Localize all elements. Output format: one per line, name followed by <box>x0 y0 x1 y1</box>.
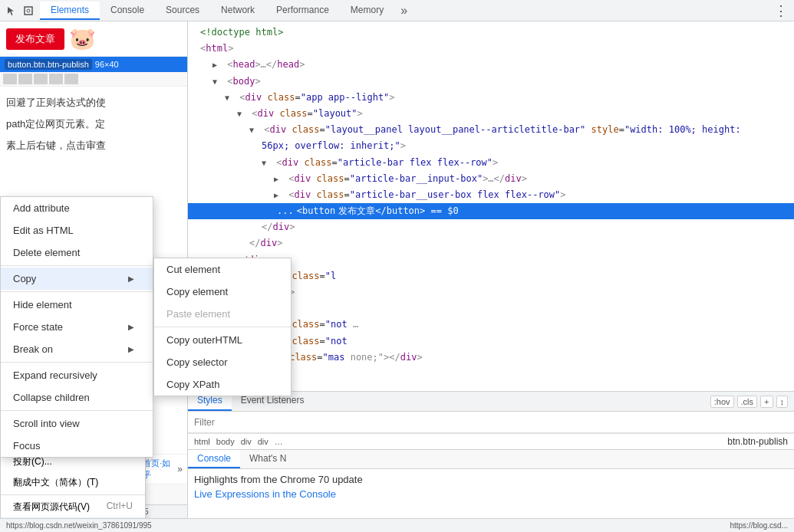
dom-line-doctype[interactable]: <!doctype html> <box>188 25 794 41</box>
mini-btn-2[interactable] <box>18 74 32 84</box>
submenu-copy-outerhtml[interactable]: Copy outerHTML <box>154 329 291 351</box>
bottom-status-bar: https://blog.csdn.net/weixin_37861091/99… <box>0 518 794 532</box>
dom-line-div-articlebar[interactable]: ▼ <div class="article-bar flex flex--row… <box>188 155 794 171</box>
submenu-paste-element: Paste element <box>154 303 291 325</box>
mini-btn-4[interactable] <box>49 74 63 84</box>
status-bar-right-url: https://blog.csd... <box>730 521 788 530</box>
menu-add-attribute[interactable]: Add attribute <box>1 197 153 219</box>
triangle-head[interactable]: ▶ <box>213 59 222 71</box>
devtools-tab-bar: Elements Console Sources Network Perform… <box>0 0 794 21</box>
menu-force-state[interactable]: Force state ▶ <box>1 316 153 338</box>
cls-button[interactable]: .cls <box>737 396 758 408</box>
menu-scroll-into-view[interactable]: Scroll into view <box>1 412 153 435</box>
devtools-header-icons <box>0 2 40 19</box>
status-bar-left-url: https://blog.csdn.net/weixin_37861091/99… <box>6 521 152 530</box>
menu-edit-html[interactable]: Edit as HTML <box>1 219 153 241</box>
tab-performance[interactable]: Performance <box>265 2 340 20</box>
breadcrumb-bar: button.btn.btn-publish 96×40 <box>0 57 187 72</box>
triangle-app[interactable]: ▼ <box>225 92 234 104</box>
mini-btn-3[interactable] <box>34 74 48 84</box>
expand-icon[interactable]: » <box>177 464 183 475</box>
breadcrumb-size: 96×40 <box>95 60 119 69</box>
dom-line-div-app[interactable]: ▼ <div class="app app--light"> <box>188 90 794 106</box>
copy-submenu: Cut element Copy element Paste element C… <box>153 258 292 396</box>
copy-selector-value: btn.btn-publish <box>727 436 788 447</box>
mini-toolbar <box>0 72 187 87</box>
tab-elements[interactable]: Elements <box>40 2 100 20</box>
cursor-icon[interactable] <box>3 2 20 19</box>
context-inspect[interactable]: 检查(N) Ctrl+Shift+I <box>1 517 145 518</box>
submenu-wrapper: Cut element Copy element Paste element C… <box>153 196 292 458</box>
bottom-tab-toolbar: :hov .cls + ↕ <box>704 392 794 411</box>
submenu-copy-xpath[interactable]: Copy XPath <box>154 373 291 396</box>
mini-btn-1[interactable] <box>3 74 17 84</box>
context-menu-overlay: Add attribute Edit as HTML Delete elemen… <box>0 196 292 458</box>
sep-1 <box>1 265 153 266</box>
tab-console[interactable]: Console <box>100 2 155 20</box>
scroll-button[interactable]: ↕ <box>776 396 789 408</box>
menu-expand-recursively[interactable]: Expand recursively <box>1 364 153 386</box>
breadcrumb-tag: button.btn.btn-publish <box>5 59 92 70</box>
menu-collapse-children[interactable]: Collapse children <box>1 386 153 409</box>
dom-line-body[interactable]: ▼ <body> <box>188 74 794 90</box>
dom-line-div-layout[interactable]: ▼ <div class="layout"> <box>188 106 794 122</box>
submenu-sep <box>154 327 291 327</box>
content-line-3: 素上后右键，点击审查 <box>6 137 181 154</box>
menu-copy[interactable]: Copy ▶ <box>1 268 153 290</box>
sep-4 <box>1 410 153 411</box>
mini-btn-5[interactable] <box>64 74 78 84</box>
triangle-body[interactable]: ▼ <box>213 76 222 88</box>
tab-network[interactable]: Network <box>210 2 265 20</box>
tab-memory[interactable]: Memory <box>340 2 394 20</box>
console-content: Highlights from the Chrome 70 update Liv… <box>188 469 794 503</box>
triangle-articlebar[interactable]: ▼ <box>262 157 271 169</box>
dom-line-html[interactable]: <html> <box>188 41 794 57</box>
menu-delete-element[interactable]: Delete element <box>1 241 153 264</box>
primary-context-menu: Add attribute Edit as HTML Delete elemen… <box>0 196 153 458</box>
sep-2 <box>1 291 153 292</box>
triangle-inputbox[interactable]: ▶ <box>274 173 283 186</box>
dom-line-head[interactable]: ▶ <head>…</head> <box>188 57 794 73</box>
inspect-icon[interactable] <box>20 2 37 19</box>
console-link-live[interactable]: Live Expressions in the Console <box>194 488 336 500</box>
main-area: 发布文章 🐷 button.btn.btn-publish 96×40 回避了正… <box>0 21 794 518</box>
dom-line-style-cont[interactable]: 56px; overflow: inherit;"> <box>188 138 794 154</box>
copy-submenu-arrow: ▶ <box>128 274 134 283</box>
triangle-layout[interactable]: ▼ <box>237 108 246 120</box>
context-translate[interactable]: 翻成中文（简体）(T) <box>1 472 145 493</box>
svg-point-1 <box>27 9 30 12</box>
break-on-arrow: ▶ <box>128 345 134 353</box>
content-line-2: path定位网页元素。定 <box>6 116 181 133</box>
hov-button[interactable]: :hov <box>710 396 734 408</box>
menu-break-on[interactable]: Break on ▶ <box>1 338 153 360</box>
submenu-copy-selector[interactable]: Copy selector <box>154 351 291 373</box>
home-ru-link[interactable]: 首页·如乎 <box>143 458 171 481</box>
dom-line-div-inputbox[interactable]: ▶ <div class="article-bar__input-box">…<… <box>188 171 794 187</box>
add-rule-button[interactable]: + <box>760 396 773 408</box>
tab-sources[interactable]: Sources <box>155 2 210 20</box>
svg-rect-0 <box>25 7 32 15</box>
submenu-cut-element[interactable]: Cut element <box>154 258 291 281</box>
more-tabs-button[interactable]: » <box>396 4 412 18</box>
devtools-menu-button[interactable]: ⋮ <box>768 2 794 19</box>
dom-line-div-panel[interactable]: ▼ <div class="layout__panel layout__pane… <box>188 122 794 138</box>
console-line-1: Highlights from the Chrome 70 update <box>194 472 788 488</box>
pig-icon-1: 🐷 <box>69 26 96 51</box>
page-top-bar: 发布文章 🐷 <box>0 21 187 57</box>
triangle-panel[interactable]: ▼ <box>249 124 259 136</box>
sep-3 <box>1 362 153 363</box>
context-viewsource[interactable]: 查看网页源代码(V) Ctrl+U <box>1 497 145 517</box>
menu-focus[interactable]: Focus <box>1 435 153 457</box>
submenu-copy-element[interactable]: Copy element <box>154 281 291 303</box>
force-state-arrow: ▶ <box>128 323 134 331</box>
sep-2 <box>1 494 145 495</box>
menu-hide-element[interactable]: Hide element <box>1 294 153 316</box>
publish-button-1[interactable]: 发布文章 <box>6 28 64 50</box>
content-line-1: 回避了正则表达式的使 <box>6 94 181 111</box>
console-area-wrapper: Console What's N Highlights from the Chr… <box>188 449 794 518</box>
